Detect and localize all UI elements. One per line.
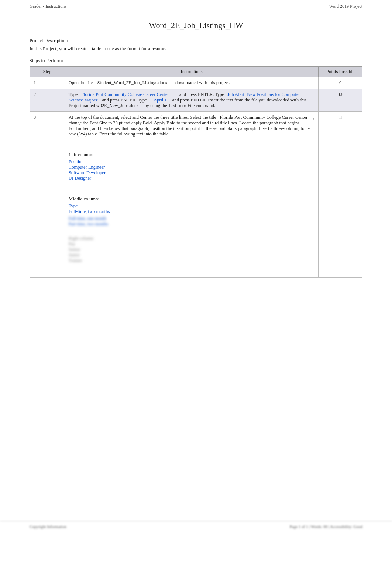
step-2-text-blue-1: Florida Port Community College Career Ce…	[81, 92, 169, 97]
steps-label: Steps to Perform:	[30, 58, 362, 63]
step-3-points-val: □	[339, 115, 342, 120]
header-right: Word 2019 Project	[329, 4, 362, 9]
right-col-label-blurred: Right column:	[69, 236, 315, 241]
main-content: Word_2E_Job_Listings_HW Project Descript…	[0, 13, 392, 285]
middle-col-blurred: Full-time, one monthPart-time, two month…	[69, 216, 315, 227]
right-col-item-2-blurred: Junior	[69, 252, 315, 258]
step-1-instructions: Open the file Student_Word_2E_Job_Listin…	[65, 77, 319, 89]
project-desc-text: In this Project, you will create a table…	[30, 46, 362, 52]
step-1-num: 1	[30, 77, 65, 89]
doc-title: Word_2E_Job_Listings_HW	[30, 21, 362, 30]
right-col-section-blurred: Right column: Pay Senior Junior Trainee	[69, 236, 315, 263]
step-1-text: Open the file Student_Word_2E_Job_Listin…	[69, 80, 230, 85]
footer-bar: Copyright Information Page 1 of 1 | Word…	[0, 521, 392, 532]
left-col-label: Left column:	[69, 152, 315, 158]
right-col-item-3-blurred: Trainee	[69, 258, 315, 263]
step-2-points: 0.8	[319, 89, 362, 112]
step-3-num: 3	[30, 112, 65, 278]
step-2-text-normal-3: and press ENTER. Type	[99, 97, 154, 103]
project-desc-label: Project Description:	[30, 38, 362, 44]
step-2-text-blue-3: April 11	[154, 97, 169, 103]
header-left: Grader - Instructions	[30, 4, 66, 9]
middle-col-item-1: Full-time, two months	[69, 209, 315, 214]
step-2-text-normal-1: Type	[69, 92, 81, 97]
step-2-text-normal-2: and press ENTER. Type	[169, 92, 228, 97]
step-3-main-text: At the top of the document, select and C…	[69, 115, 314, 137]
col-header-instructions: Instructions	[65, 67, 319, 77]
step-1-points: 0	[319, 77, 362, 89]
step-3-points: □	[319, 112, 362, 278]
left-col-item-1: Computer Engineer	[69, 165, 315, 170]
middle-col-item-0: Type	[69, 203, 315, 209]
footer-left: Copyright Information	[30, 524, 66, 529]
left-col-item-3: UI Designer	[69, 176, 315, 181]
middle-col-items: Type Full-time, two months Full-time, on…	[69, 203, 315, 227]
table-row: 2 Type Florida Port Community College Ca…	[30, 89, 362, 112]
instructions-table: Step Instructions Points Possible 1 Open…	[30, 66, 362, 278]
header-bar: Grader - Instructions Word 2019 Project	[0, 0, 392, 13]
col-header-step: Step	[30, 67, 65, 77]
left-col-item-2: Software Developer	[69, 170, 315, 176]
right-col-item-1-blurred: Senior	[69, 247, 315, 252]
table-row: 3 At the top of the document, select and…	[30, 112, 362, 278]
middle-col-label: Middle column:	[69, 196, 315, 202]
footer-right: Page 1 of 1 | Words: 00 | Accessibility:…	[290, 524, 362, 529]
col-header-points: Points Possible	[319, 67, 362, 77]
right-col-item-0-blurred: Pay	[69, 241, 315, 247]
step-2-num: 2	[30, 89, 65, 112]
step-2-instructions: Type Florida Port Community College Care…	[65, 89, 319, 112]
left-col-item-0: Position	[69, 159, 315, 165]
table-row: 1 Open the file Student_Word_2E_Job_List…	[30, 77, 362, 89]
step-3-instructions: At the top of the document, select and C…	[65, 112, 319, 278]
page-wrapper: Grader - Instructions Word 2019 Project …	[0, 0, 392, 576]
left-col-items: Position Computer Engineer Software Deve…	[69, 159, 315, 181]
